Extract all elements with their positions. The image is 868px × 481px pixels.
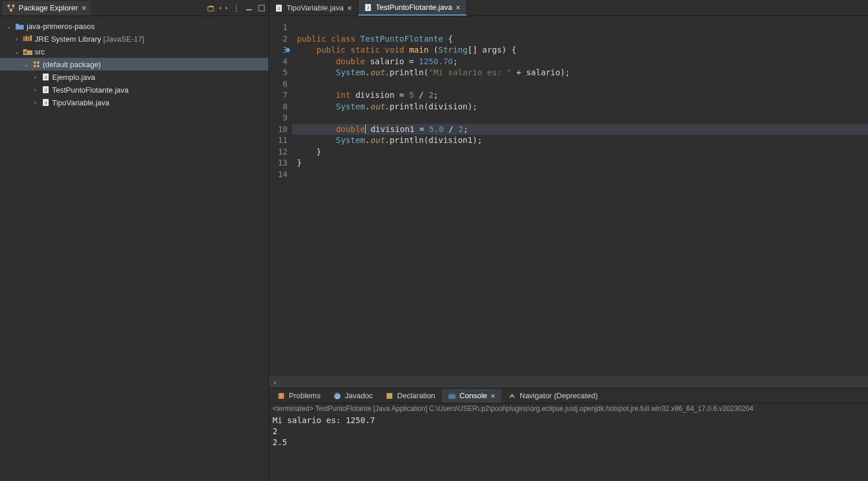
code-editor[interactable]: 1234567891011121314 public class TestPun… [269, 16, 868, 376]
console-line: Mi salario es: 1250.7 [273, 415, 865, 426]
close-icon[interactable]: × [455, 3, 460, 12]
tab-label: TipoVariable.java [286, 3, 344, 12]
java-file-icon: J [42, 86, 50, 94]
bottom-tab-bar: !Problems@JavadocDeclarationConsole×Navi… [269, 388, 868, 403]
project-node[interactable]: ⌄ java-primeros-pasos [0, 20, 269, 32]
package-icon [32, 60, 41, 68]
svg-rect-30 [387, 393, 392, 399]
svg-text:J: J [45, 75, 47, 80]
svg-rect-0 [8, 5, 10, 7]
file-label: Ejemplo.java [52, 73, 95, 82]
svg-text:J: J [45, 87, 47, 93]
maximize-icon[interactable] [257, 3, 266, 13]
bottom-tab[interactable]: Navigator (Deprecated) [502, 389, 604, 402]
svg-rect-2 [10, 9, 12, 12]
console-header: <terminated> TestPuntoFlotante [Java App… [269, 403, 868, 414]
bottom-panel: !Problems@JavadocDeclarationConsole×Navi… [269, 388, 868, 481]
svg-rect-8 [25, 36, 27, 41]
bottom-tab[interactable]: Console× [442, 389, 501, 403]
src-label: src [35, 47, 45, 56]
jre-node[interactable]: › JRE System Library [JavaSE-17] [0, 32, 269, 45]
project-tree[interactable]: ⌄ java-primeros-pasos › JRE System Libra… [0, 16, 269, 112]
svg-text:J: J [367, 5, 369, 10]
svg-rect-1 [12, 5, 14, 7]
close-icon[interactable]: × [82, 3, 86, 13]
svg-point-12 [34, 61, 36, 64]
package-explorer-panel: Package Explorer × ⋮ ⌄ java-primeros-pas… [0, 0, 269, 481]
java-file-icon: J [42, 73, 50, 81]
chevron-down-icon[interactable]: ⌄ [13, 49, 21, 55]
file-label: TipoVariable.java [52, 98, 109, 107]
chevron-right-icon[interactable]: › [31, 74, 39, 80]
tab-icon: ! [277, 392, 285, 400]
svg-rect-9 [28, 36, 30, 41]
java-file-icon: J [275, 4, 283, 12]
chevron-right-icon[interactable]: › [13, 36, 21, 42]
library-icon [23, 35, 32, 42]
svg-rect-5 [246, 9, 252, 10]
svg-point-13 [37, 61, 40, 64]
package-node[interactable]: ⌄ (default package) [0, 58, 269, 71]
package-label: (default package) [43, 60, 101, 69]
svg-rect-7 [23, 36, 25, 41]
tab-icon [508, 392, 516, 400]
tab-label: Console [459, 391, 487, 400]
code-content[interactable]: public class TestPuntoFlotante { public … [292, 16, 868, 376]
editor-tab[interactable]: J TipoVariable.java × [269, 0, 358, 16]
java-file-node[interactable]: › J Ejemplo.java [0, 71, 269, 83]
tab-label: Navigator (Deprecated) [520, 391, 598, 400]
svg-text:J: J [45, 100, 47, 105]
bottom-tab[interactable]: Declaration [380, 389, 441, 402]
svg-rect-11 [24, 51, 27, 54]
tab-icon: @ [333, 392, 341, 400]
main-area: J TipoVariable.java ×J TestPuntoFlotante… [269, 0, 868, 481]
java-file-node[interactable]: › J TipoVariable.java [0, 96, 269, 109]
chevron-down-icon[interactable]: ⌄ [5, 23, 13, 30]
bottom-tab[interactable]: @Javadoc [328, 389, 378, 402]
tab-label: TestPuntoFlotante.java [376, 3, 452, 12]
console-output[interactable]: Mi salario es: 1250.722.5 [269, 414, 868, 481]
file-label: TestPuntoFlotante.java [52, 86, 128, 94]
svg-rect-32 [448, 393, 455, 395]
package-explorer-tab[interactable]: Package Explorer × [2, 1, 91, 15]
close-icon[interactable]: × [491, 391, 495, 401]
tab-label: Declaration [397, 391, 435, 400]
tab-icon [385, 392, 393, 400]
collapse-all-icon[interactable] [206, 3, 215, 13]
svg-point-14 [34, 65, 36, 68]
svg-rect-10 [30, 35, 32, 41]
svg-point-15 [37, 65, 40, 68]
java-file-node[interactable]: › J TestPuntoFlotante.java [0, 83, 269, 96]
panel-toolbar: ⋮ [206, 3, 266, 13]
svg-rect-6 [259, 5, 264, 11]
tab-label: Javadoc [345, 391, 373, 400]
chevron-right-icon[interactable]: › [31, 87, 39, 93]
java-file-icon: J [42, 98, 50, 107]
editor-tab[interactable]: J TestPuntoFlotante.java × [358, 0, 466, 16]
chevron-down-icon[interactable]: ⌄ [22, 61, 30, 68]
svg-text:J: J [278, 6, 280, 11]
svg-text:!: ! [281, 393, 282, 399]
panel-title: Package Explorer [19, 3, 78, 12]
svg-text:@: @ [334, 394, 340, 399]
bottom-tab[interactable]: !Problems [271, 389, 326, 402]
console-line: 2 [273, 426, 865, 437]
minimize-icon[interactable] [244, 3, 253, 13]
src-folder-icon [23, 48, 32, 55]
svg-rect-4 [209, 6, 214, 7]
view-menu-icon[interactable]: ⋮ [231, 3, 241, 13]
horizontal-scrollbar[interactable]: ‹ [269, 376, 868, 388]
scroll-left-icon[interactable]: ‹ [274, 378, 283, 387]
project-label: java-primeros-pasos [27, 22, 95, 31]
tab-label: Problems [289, 391, 321, 400]
link-editor-icon[interactable] [219, 3, 228, 13]
editor-tab-bar: J TipoVariable.java ×J TestPuntoFlotante… [269, 0, 868, 16]
java-file-icon: J [364, 3, 372, 12]
chevron-right-icon[interactable]: › [31, 100, 39, 106]
line-number-gutter: 1234567891011121314 [269, 16, 292, 376]
close-icon[interactable]: × [347, 3, 352, 13]
project-icon [15, 22, 24, 30]
tree-icon [7, 4, 15, 12]
jre-label: JRE System Library [JavaSE-17] [35, 35, 144, 43]
src-folder-node[interactable]: ⌄ src [0, 45, 269, 58]
